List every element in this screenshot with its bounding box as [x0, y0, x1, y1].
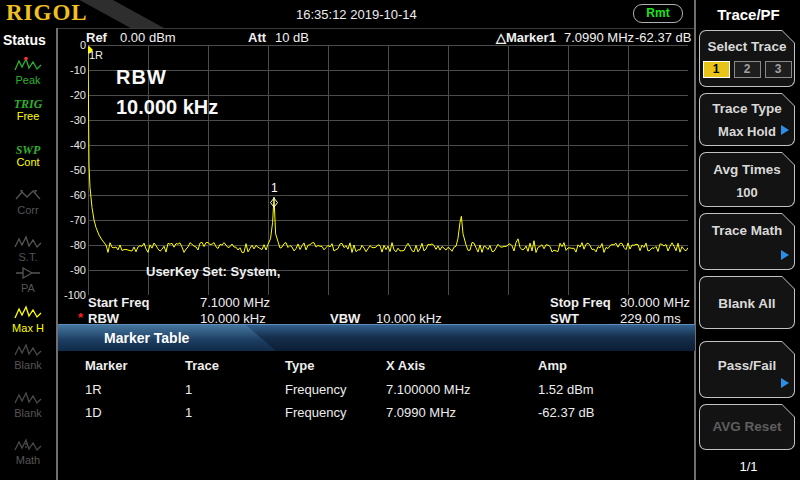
y-axis-tick-label: -90	[59, 264, 86, 276]
status-item-label: PA	[0, 282, 56, 294]
status-item-sweep: SWP Cont	[0, 144, 56, 168]
blank-trace-icon	[14, 343, 42, 357]
ref-marker-label: 1R	[89, 49, 103, 61]
status-item-correction: Corr	[0, 188, 56, 216]
trace-key-group: 1 2 3	[700, 61, 794, 78]
sweep-time-icon	[14, 235, 42, 249]
status-title: Status	[3, 32, 46, 48]
status-item-label: Max H	[0, 322, 56, 334]
button-label: Trace Type	[700, 101, 794, 116]
select-trace-button[interactable]: Select Trace 1 2 3	[699, 30, 795, 87]
remote-mode-badge: Rmt	[633, 4, 683, 23]
trigger-text-icon: TRIG	[0, 98, 56, 110]
button-label: Blank All	[700, 296, 794, 311]
pass-fail-button[interactable]: Pass/Fail	[699, 341, 795, 398]
cell-marker: 1R	[85, 382, 102, 397]
button-label: Trace Math	[700, 223, 794, 238]
status-item-max-hold: Max H	[0, 305, 56, 334]
column-header-amp: Amp	[538, 358, 567, 373]
column-header-type: Type	[285, 358, 314, 373]
start-freq-value: 7.1000 MHz	[200, 295, 270, 310]
math-trace-icon	[14, 438, 42, 452]
main-area: Ref 0.00 dBm Att 10 dB △Marker1 7.0990 M…	[58, 28, 695, 480]
marker-readout-label: △Marker1	[496, 30, 556, 45]
status-item-preamp: PA	[0, 266, 56, 294]
top-bar: RIGOL 16:35:12 2019-10-14 Rmt	[0, 0, 695, 29]
status-item-sweep-time: S.T.	[0, 235, 56, 263]
button-label: Select Trace	[700, 39, 794, 54]
marker-readout-freq: 7.0990 MHz	[564, 30, 634, 45]
y-axis-tick-label: -100	[59, 289, 86, 301]
preamp-icon	[14, 266, 42, 280]
cell-trace: 1	[185, 382, 192, 397]
cell-type: Frequency	[285, 405, 346, 420]
status-item-blank-3: Blank	[0, 391, 56, 419]
rbw-overlay-title: RBW	[116, 66, 167, 89]
cell-amp: 1.52 dBm	[538, 382, 594, 397]
userkey-message: UserKey Set: System,	[146, 264, 280, 279]
status-item-label: Peak	[0, 74, 56, 86]
status-item-label: S.T.	[0, 251, 56, 263]
y-axis-tick-label: -20	[59, 89, 86, 101]
svg-text:1: 1	[271, 181, 278, 195]
trace-math-button[interactable]: Trace Math	[699, 213, 795, 270]
y-axis-tick-label: 0	[59, 39, 86, 51]
column-header-trace: Trace	[185, 358, 219, 373]
clock-timestamp: 16:35:12 2019-10-14	[296, 7, 417, 22]
logo-slash-decoration	[76, 0, 164, 28]
status-sidebar: Status Peak TRIG Free SWP Cont Corr	[0, 28, 56, 480]
rbw-overlay-value: 10.000 kHz	[116, 96, 218, 119]
button-label: AVG Reset	[700, 419, 794, 434]
y-axis-tick-label: -40	[59, 139, 86, 151]
trace-key-1[interactable]: 1	[703, 61, 730, 78]
y-axis-tick-label: -70	[59, 214, 86, 226]
column-header-xaxis: X Axis	[386, 358, 425, 373]
cell-type: Frequency	[285, 382, 346, 397]
blank-all-button[interactable]: Blank All	[699, 276, 795, 329]
y-axis-tick-label: -60	[59, 189, 86, 201]
spectrum-analyzer-screen: RIGOL 16:35:12 2019-10-14 Rmt Status Pea…	[0, 0, 800, 480]
ref-level-value: 0.00 dBm	[120, 30, 176, 45]
y-axis-tick-label: -80	[59, 239, 86, 251]
waveform-peak-icon	[14, 56, 42, 72]
status-item-peak: Peak	[0, 56, 56, 86]
cell-amp: -62.37 dB	[538, 405, 594, 420]
softkey-sidebar: Trace/PF Select Trace 1 2 3 Trace Type M…	[697, 0, 800, 480]
status-item-label: Blank	[0, 407, 56, 419]
attenuation-label: Att	[248, 30, 266, 45]
rbw-coupled-flag: *	[78, 310, 83, 325]
cell-marker: 1D	[85, 405, 102, 420]
button-label: Avg Times	[700, 162, 794, 177]
marker-table-header-bar: Marker Table	[58, 324, 695, 351]
status-item-trigger: TRIG Free	[0, 98, 56, 122]
attenuation-value: 10 dB	[275, 30, 309, 45]
status-item-label: Blank	[0, 359, 56, 371]
status-item-blank-2: Blank	[0, 343, 56, 371]
rigol-logo: RIGOL	[6, 0, 88, 26]
status-item-label: Free	[0, 110, 56, 122]
correction-icon	[14, 188, 42, 202]
status-item-math: Math	[0, 438, 56, 466]
max-hold-icon	[14, 305, 42, 320]
stop-freq-value: 30.000 MHz	[620, 295, 690, 310]
sweep-text-icon: SWP	[0, 144, 56, 156]
button-value: 100	[700, 185, 794, 200]
y-axis-tick-label: -50	[59, 164, 86, 176]
column-header-marker: Marker	[85, 358, 128, 373]
y-axis-tick-label: -10	[59, 64, 86, 76]
blank-trace-icon	[14, 391, 42, 405]
submenu-arrow-icon	[781, 250, 789, 260]
submenu-arrow-icon	[781, 125, 789, 135]
trace-key-2[interactable]: 2	[734, 61, 761, 78]
button-label: Pass/Fail	[700, 358, 794, 373]
start-freq-label: Start Freq	[88, 295, 149, 310]
trace-type-button[interactable]: Trace Type Max Hold	[699, 93, 795, 146]
avg-reset-button: AVG Reset	[699, 404, 795, 450]
cell-xaxis: 7.100000 MHz	[386, 382, 471, 397]
status-item-label: Corr	[0, 204, 56, 216]
cell-xaxis: 7.0990 MHz	[386, 405, 456, 420]
trace-key-3[interactable]: 3	[765, 61, 792, 78]
avg-times-button[interactable]: Avg Times 100	[699, 152, 795, 207]
spectrum-plot: 1	[88, 45, 688, 295]
button-value: Max Hold	[700, 124, 794, 139]
